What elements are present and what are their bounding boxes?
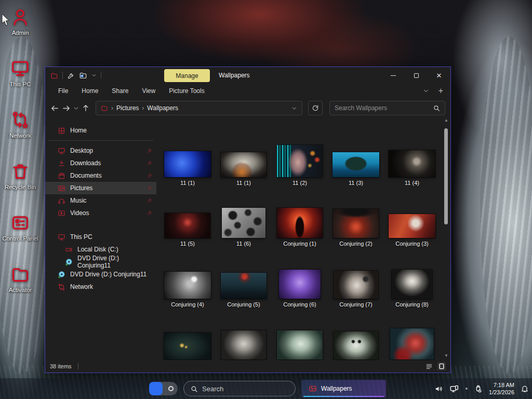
volume-icon[interactable] bbox=[434, 384, 443, 393]
file-item[interactable]: 11 (3) bbox=[328, 128, 384, 189]
file-thumbnail[interactable] bbox=[165, 213, 210, 238]
refresh-button[interactable] bbox=[308, 101, 323, 115]
file-item[interactable]: 11 (1) bbox=[159, 128, 216, 189]
safely-remove-hardware-icon[interactable] bbox=[474, 384, 483, 393]
file-item[interactable]: Conjuring (11) bbox=[272, 311, 328, 360]
scrollbar-thumb[interactable] bbox=[444, 128, 448, 224]
notifications-bell-icon[interactable] bbox=[521, 384, 529, 393]
collapse-ribbon-icon[interactable] bbox=[423, 88, 429, 94]
file-thumbnail[interactable] bbox=[279, 270, 321, 299]
sidebar-item-home[interactable]: Home bbox=[45, 124, 156, 137]
sidebar-item-dvd-drive-d-conjuring11[interactable]: DVD Drive (D:) Conjuring11 bbox=[45, 268, 156, 281]
file-item[interactable]: Conjuring (8) bbox=[384, 250, 440, 311]
menu-item-file[interactable]: File bbox=[51, 87, 75, 95]
file-thumbnail[interactable] bbox=[390, 328, 434, 360]
sidebar-item-music[interactable]: Music bbox=[45, 194, 156, 207]
file-thumbnail[interactable] bbox=[389, 214, 435, 238]
display-device-icon[interactable] bbox=[449, 384, 459, 394]
new-folder-icon[interactable] bbox=[79, 71, 87, 79]
file-thumbnail[interactable] bbox=[334, 331, 378, 360]
file-item[interactable]: 11 (6) bbox=[216, 189, 272, 250]
menu-item-share[interactable]: Share bbox=[105, 87, 135, 95]
desktop-icon-control-panel[interactable]: Control Panel bbox=[1, 213, 40, 242]
search-box[interactable] bbox=[329, 101, 445, 115]
sidebar-item-network[interactable]: Network bbox=[45, 281, 156, 293]
taskbar-search-input[interactable] bbox=[202, 385, 294, 393]
file-item[interactable]: Conjuring (1) bbox=[272, 189, 328, 250]
address-bar[interactable]: ›Pictures›Wallpapers bbox=[96, 101, 302, 115]
file-item[interactable]: Conjuring (5) bbox=[216, 250, 272, 311]
scroll-down-icon[interactable]: ▼ bbox=[444, 353, 448, 360]
menu-item-picture-tools[interactable]: Picture Tools bbox=[162, 87, 211, 95]
file-thumbnail[interactable] bbox=[221, 152, 267, 177]
recent-locations-icon[interactable] bbox=[73, 105, 79, 111]
breadcrumb-segment-wallpapers[interactable]: Wallpapers bbox=[147, 104, 178, 112]
address-dropdown-icon[interactable] bbox=[291, 105, 297, 111]
file-item[interactable]: 11 (5) bbox=[159, 189, 216, 250]
scroll-up-icon[interactable]: ▲ bbox=[444, 118, 448, 124]
file-item[interactable]: Conjuring (6) bbox=[272, 250, 328, 311]
breadcrumb-segment-pictures[interactable]: Pictures bbox=[116, 104, 139, 112]
up-button[interactable] bbox=[82, 104, 90, 112]
file-item[interactable]: Conjuring (9) bbox=[159, 311, 216, 360]
sidebar-item-desktop[interactable]: Desktop bbox=[45, 144, 156, 157]
large-icons-view-icon[interactable] bbox=[437, 362, 446, 370]
sidebar-item-this-pc[interactable]: This PC bbox=[45, 231, 156, 243]
sidebar-item-videos[interactable]: Videos bbox=[45, 207, 156, 219]
back-button[interactable] bbox=[50, 104, 59, 113]
file-item[interactable]: Conjuring (10) bbox=[216, 311, 272, 360]
folder-icon[interactable] bbox=[50, 72, 58, 79]
sidebar-item-pictures[interactable]: Pictures bbox=[45, 182, 156, 194]
ribbon-tab-manage[interactable]: Manage bbox=[164, 69, 210, 82]
file-item[interactable]: Conjuring (4) bbox=[159, 250, 216, 311]
file-item[interactable]: Conjuring (2) bbox=[328, 189, 384, 250]
desktop-icon-network[interactable]: Network bbox=[1, 110, 40, 139]
file-item[interactable]: 11 (4) bbox=[384, 128, 440, 189]
chevron-down-icon[interactable] bbox=[91, 73, 97, 78]
file-thumbnail[interactable] bbox=[164, 272, 211, 299]
maximize-button[interactable] bbox=[405, 67, 428, 84]
start-button[interactable] bbox=[149, 382, 178, 395]
close-button[interactable]: ✕ bbox=[428, 67, 450, 84]
minimize-button[interactable] bbox=[382, 67, 405, 84]
file-thumbnail[interactable] bbox=[334, 271, 378, 299]
file-item[interactable]: Conjuring (3) bbox=[384, 189, 440, 250]
file-item[interactable]: 11 (1) bbox=[216, 128, 272, 189]
file-thumbnail[interactable] bbox=[277, 145, 323, 177]
sidebar-item-documents[interactable]: Documents bbox=[45, 169, 156, 182]
taskbar-app-wallpapers[interactable]: Wallpapers bbox=[301, 380, 386, 397]
new-tab-plus-icon[interactable]: + bbox=[438, 87, 443, 95]
file-item[interactable]: Conjuring (7) bbox=[328, 250, 384, 311]
menu-item-home[interactable]: Home bbox=[75, 87, 105, 95]
file-thumbnail[interactable] bbox=[332, 152, 379, 177]
desktop-icon-activator[interactable]: Activator bbox=[1, 264, 40, 294]
file-item[interactable]: 11 (2) bbox=[272, 128, 328, 189]
forward-button[interactable] bbox=[62, 104, 71, 113]
file-thumbnail[interactable] bbox=[277, 330, 323, 360]
desktop-icon-admin[interactable]: Admin bbox=[1, 7, 40, 36]
file-thumbnail[interactable] bbox=[392, 270, 432, 299]
taskbar-clock[interactable]: 7:18 AM 1/23/2026 bbox=[489, 381, 514, 396]
details-view-icon[interactable] bbox=[425, 363, 433, 370]
menu-item-view[interactable]: View bbox=[135, 87, 162, 95]
sidebar-item-downloads[interactable]: Downloads bbox=[45, 157, 156, 169]
file-thumbnail[interactable] bbox=[164, 151, 211, 177]
file-thumbnail[interactable] bbox=[277, 208, 323, 238]
file-item[interactable]: Conjuring (12) bbox=[328, 311, 384, 360]
desktop-icon-this-pc[interactable]: This PC bbox=[1, 59, 40, 88]
taskbar-search[interactable] bbox=[183, 381, 296, 396]
vertical-scrollbar[interactable]: ▲ ▼ bbox=[442, 118, 450, 360]
search-input[interactable] bbox=[335, 104, 430, 112]
file-item[interactable]: Conjuring (13) bbox=[384, 311, 440, 360]
file-thumbnail[interactable] bbox=[389, 150, 435, 177]
desktop-icon-recycle-bin[interactable]: Recycle Bin bbox=[1, 162, 40, 191]
file-thumbnail[interactable] bbox=[221, 273, 267, 299]
sidebar-item-dvd-drive-d-conjuring11[interactable]: DVD Drive (D:) Conjuring11 bbox=[45, 256, 156, 268]
file-thumbnail[interactable] bbox=[164, 332, 211, 360]
file-thumbnail[interactable] bbox=[222, 208, 265, 238]
scrollbar-track[interactable] bbox=[442, 124, 450, 360]
properties-wrench-icon[interactable] bbox=[67, 72, 75, 79]
sidebar-item-local-disk-c[interactable]: Local Disk (C:) bbox=[45, 243, 156, 256]
file-thumbnail[interactable] bbox=[333, 209, 379, 238]
file-thumbnail[interactable] bbox=[221, 330, 266, 360]
